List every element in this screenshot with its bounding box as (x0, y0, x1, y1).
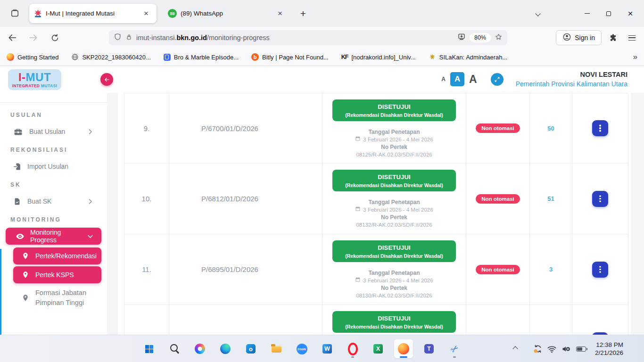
save-page-icon[interactable] (457, 33, 466, 43)
firefox-icon (7, 53, 14, 61)
menu-hamburger-icon[interactable] (624, 30, 639, 45)
sidebar-item-pertek-ksps[interactable]: Pertek KSPS (13, 266, 101, 283)
taskbar-teams-icon[interactable]: T (420, 339, 438, 358)
bookmarks-overflow-icon[interactable]: » (633, 52, 637, 62)
taskbar-excel-icon[interactable]: X (369, 339, 388, 358)
bookmark-item[interactable]: Bitly | Page Not Found... (251, 53, 329, 61)
bookmark-item[interactable]: [nodrakorid.info]_Univ... (341, 54, 416, 61)
firefox-view-icon[interactable] (7, 6, 23, 22)
taskbar-edge-icon[interactable] (216, 339, 235, 358)
tray-chevron-up-icon[interactable] (508, 342, 522, 356)
status-cell: DISETUJUI (Rekomendasi Disahkan Direktur… (322, 164, 466, 234)
row-actions-button[interactable] (592, 262, 608, 278)
back-button[interactable] (5, 30, 20, 45)
tab-close-icon[interactable]: × (274, 8, 286, 19)
row-number (124, 305, 169, 335)
wifi-icon[interactable] (545, 342, 559, 356)
sidebar-item-label: Formasi Jabatan Pimpinan Tinggi (35, 288, 97, 308)
row-actions-button[interactable] (592, 191, 608, 207)
table-card: 9. P/6700/01/D/2026 DISETUJUI (Rekomenda… (118, 93, 631, 335)
count-link[interactable]: 50 (530, 93, 572, 163)
taskbar-search-icon[interactable] (165, 339, 184, 358)
count-link[interactable] (530, 305, 572, 335)
count-link[interactable]: 51 (530, 164, 572, 234)
font-size-large-button[interactable]: A (469, 73, 477, 86)
taskbar-firefox-icon[interactable] (394, 339, 413, 358)
sidebar-item-formasi-jabatan-pimpinan-tinggi[interactable]: Formasi Jabatan Pimpinan Tinggi (13, 286, 101, 310)
row-actions-button[interactable] (592, 120, 608, 136)
clock-date: 2/21/2026 (595, 349, 623, 357)
taskbar-explorer-icon[interactable] (267, 339, 286, 358)
bookmark-star-icon[interactable] (495, 33, 503, 43)
bookmark-item[interactable]: Getting Started (7, 53, 58, 61)
volume-muted-icon[interactable] (559, 342, 573, 356)
font-size-medium-button[interactable]: A (450, 72, 464, 86)
shield-icon[interactable] (114, 33, 122, 43)
sidebar-item-import-usulan[interactable]: Import Usulan (6, 158, 101, 175)
taskbar-outlook-icon[interactable]: o (241, 339, 260, 358)
font-size-small-button[interactable]: A (441, 76, 446, 82)
status-badge: DISETUJUI (Rekomendasi Disahkan Direktur… (332, 99, 456, 121)
bookmark-item[interactable]: Bro & Marble Episode... (164, 54, 239, 61)
bookmark-item[interactable]: SILaKan: Admindaerah... (429, 53, 508, 61)
minimize-button[interactable] (576, 0, 598, 27)
chevron-down-icon (87, 233, 94, 240)
maximize-button[interactable] (598, 0, 619, 27)
otomasi-cell: Non otomasi (466, 93, 530, 163)
table-row: 9. P/6700/01/D/2026 DISETUJUI (Rekomenda… (124, 93, 628, 164)
screen: I-Mut | Integrated Mutasi × 89 (89) What… (0, 0, 644, 362)
tab-title: (89) WhatsApp (181, 10, 271, 17)
tanggal-value: 3 Februari 2026 - 4 Mei 2026 (363, 136, 433, 143)
user-info[interactable]: NOVI LESTARI Pemerintah Provinsi Kaliman… (516, 70, 627, 88)
tab-imut[interactable]: I-Mut | Integrated Mutasi × (29, 4, 157, 23)
tab-list-chevron-icon[interactable] (527, 0, 549, 27)
forward-button[interactable] (26, 30, 41, 45)
user-name: NOVI LESTARI (516, 70, 627, 80)
sidebar-section-label: USULAN (10, 112, 107, 118)
taskbar-zoom-icon[interactable]: zoom (292, 339, 311, 358)
extensions-puzzle-icon[interactable] (605, 30, 620, 45)
sidebar-item-pertek-rekomendasi[interactable]: Pertek/Rekomendasi (13, 247, 101, 264)
bookmark-label: Bro & Marble Episode... (174, 54, 239, 61)
taskbar-clock[interactable]: 12:38 PM 2/21/2026 (595, 341, 623, 357)
sign-in-button[interactable]: Sign in (556, 30, 602, 45)
new-tab-button[interactable]: + (295, 6, 311, 22)
sidebar-section-label: MONITORING (10, 216, 107, 223)
count-link[interactable]: 3 (530, 234, 572, 304)
taskbar-snip-icon[interactable] (445, 339, 464, 358)
battery-icon[interactable] (573, 342, 587, 356)
status-cell: DISETUJUI (Rekomendasi Disahkan Direktur… (322, 234, 466, 304)
sidebar-item-label: Pertek/Rekomendasi (35, 252, 97, 260)
taskbar-start-icon[interactable] (140, 339, 158, 358)
zoom-level[interactable]: 80% (470, 33, 491, 42)
otomasi-cell: Non otomasi (466, 234, 530, 304)
usulan-id: P/6895/01/D/2026 (169, 234, 322, 304)
close-button[interactable]: × (619, 0, 641, 27)
tab-whatsapp[interactable]: 89 (89) WhatsApp × (163, 4, 290, 23)
sidebar-item-buat-usulan[interactable]: Buat Usulan (6, 123, 101, 140)
reload-button[interactable] (47, 30, 62, 45)
bookmark-item[interactable]: SKP2022_1983060420... (71, 53, 150, 61)
sidebar-item-label: Import Usulan (27, 163, 68, 170)
sidebar-item-monitoring-progress[interactable]: Monitoring Progress (6, 228, 101, 245)
address-bar[interactable]: imut-instansi.bkn.go.id/monitoring-progr… (109, 30, 507, 45)
sidebar-item-label: Buat SK (27, 197, 51, 205)
sidebar-item-buat-sk[interactable]: Buat SK (6, 193, 101, 210)
fullscreen-button[interactable] (491, 73, 504, 86)
sidebar-collapse-button[interactable] (100, 73, 113, 86)
tab-close-icon[interactable]: × (140, 8, 152, 19)
status-badge: DISETUJUI (Rekomendasi Disahkan Direktur… (332, 311, 456, 333)
bookmark-label: [nodrakorid.info]_Univ... (351, 54, 415, 61)
taskbar-word-icon[interactable]: W (318, 339, 337, 358)
sidebar-item-label: Buat Usulan (29, 128, 65, 135)
sync-icon[interactable] (531, 342, 545, 356)
calendar-icon (355, 277, 361, 284)
tanggal-label: Tanggal Penetapan (368, 198, 420, 206)
taskbar-opera-icon[interactable] (343, 339, 362, 358)
lock-icon[interactable] (125, 33, 132, 42)
account-icon (562, 33, 571, 43)
tanggal-value: 3 Februari 2026 - 4 Mei 2026 (363, 206, 433, 214)
taskbar-copilot-icon[interactable] (190, 339, 209, 358)
file-import-icon (13, 163, 21, 171)
otomasi-cell: Non otomasi (466, 164, 530, 234)
